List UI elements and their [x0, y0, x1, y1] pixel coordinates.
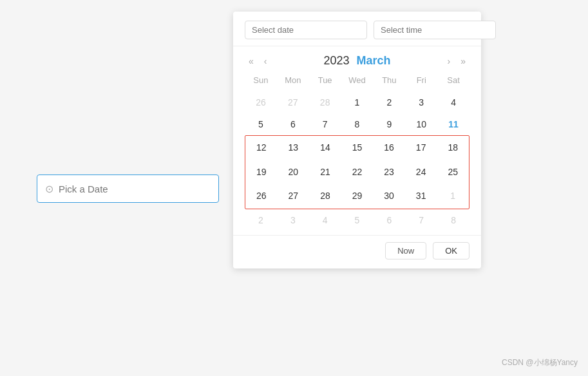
- prev-btn[interactable]: ‹: [260, 55, 271, 67]
- weekday-fri: Fri: [405, 71, 437, 89]
- cal-grid: Sun Mon Tue Wed Thu Fri Sat 262728123456…: [233, 71, 481, 231]
- main-day-28[interactable]: 28: [309, 184, 341, 209]
- watermark: CSDN @小绵杨Yancy: [502, 357, 578, 368]
- day-8[interactable]: 8: [341, 113, 374, 135]
- main-day-29[interactable]: 29: [341, 184, 374, 209]
- post-day-7[interactable]: 7: [405, 209, 437, 231]
- main-day-19[interactable]: 19: [245, 160, 278, 185]
- cal-title: 2023 March: [273, 54, 441, 68]
- day-1[interactable]: 1: [341, 91, 374, 113]
- main-day-12[interactable]: 12: [245, 136, 278, 160]
- main-day-13[interactable]: 13: [278, 136, 310, 160]
- weekday-thu: Thu: [373, 71, 405, 89]
- next-btn[interactable]: ›: [444, 55, 455, 67]
- day-11[interactable]: 11: [437, 113, 469, 135]
- calendar-popup: « ‹ 2023 March › » Sun Mon Tue Wed Thu F…: [233, 12, 481, 268]
- select-time-input[interactable]: [374, 21, 496, 39]
- weekday-sat: Sat: [437, 71, 469, 89]
- post-day-2[interactable]: 2: [245, 209, 277, 231]
- day-26-other[interactable]: 26: [245, 91, 277, 113]
- weekday-tue: Tue: [309, 71, 341, 89]
- day-3[interactable]: 3: [405, 91, 437, 113]
- main-day-14[interactable]: 14: [309, 136, 341, 160]
- prev-prev-btn[interactable]: «: [245, 55, 258, 67]
- main-day-18[interactable]: 18: [437, 136, 469, 160]
- cal-month: March: [357, 54, 391, 67]
- main-day-15[interactable]: 15: [341, 136, 374, 160]
- post-row: 2345678: [245, 209, 469, 231]
- weekday-sun: Sun: [245, 71, 277, 89]
- cal-weekdays: Sun Mon Tue Wed Thu Fri Sat: [245, 71, 469, 89]
- post-day-3[interactable]: 3: [277, 209, 309, 231]
- weekday-wed: Wed: [341, 71, 374, 89]
- main-day-31[interactable]: 31: [405, 184, 437, 209]
- cal-year: 2023: [323, 54, 349, 67]
- day-10[interactable]: 10: [405, 113, 437, 135]
- now-btn[interactable]: Now: [385, 242, 426, 259]
- day-28-other[interactable]: 28: [309, 91, 341, 113]
- ok-btn[interactable]: OK: [433, 242, 469, 259]
- next-next-btn[interactable]: »: [457, 55, 469, 67]
- select-date-input[interactable]: [245, 21, 367, 39]
- main-day-20[interactable]: 20: [278, 160, 310, 185]
- cal-footer: Now OK: [233, 235, 481, 268]
- main-day-27[interactable]: 27: [278, 184, 310, 209]
- main-day-1[interactable]: 1: [437, 184, 469, 209]
- weekday-mon: Mon: [277, 71, 309, 89]
- day-7[interactable]: 7: [309, 113, 341, 135]
- pre-row-0: 2627281234: [245, 91, 469, 113]
- date-input[interactable]: [59, 183, 211, 194]
- post-day-5[interactable]: 5: [341, 209, 374, 231]
- post-day-6[interactable]: 6: [373, 209, 405, 231]
- day-9[interactable]: 9: [373, 113, 405, 135]
- clock-icon: ⊙: [45, 183, 53, 195]
- post-day-4[interactable]: 4: [309, 209, 341, 231]
- day-6[interactable]: 6: [277, 113, 309, 135]
- day-27-other[interactable]: 27: [277, 91, 309, 113]
- date-picker-left: ⊙: [37, 174, 219, 203]
- main-day-21[interactable]: 21: [309, 160, 341, 185]
- main-day-22[interactable]: 22: [341, 160, 374, 185]
- main-day-16[interactable]: 16: [373, 136, 405, 160]
- main-day-25[interactable]: 25: [437, 160, 469, 185]
- date-input-container[interactable]: ⊙: [37, 174, 219, 203]
- pre-row-1: 567891011: [245, 113, 469, 135]
- main-day-26[interactable]: 26: [245, 184, 278, 209]
- main-day-23[interactable]: 23: [373, 160, 405, 185]
- day-5[interactable]: 5: [245, 113, 277, 135]
- post-day-8[interactable]: 8: [437, 209, 469, 231]
- main-days: 1213141516171819202122232425262728293031…: [245, 135, 469, 209]
- pre-rows: 2627281234567891011: [245, 91, 469, 135]
- cal-nav: « ‹ 2023 March › »: [233, 46, 481, 71]
- day-4[interactable]: 4: [437, 91, 469, 113]
- cal-header-inputs: [233, 12, 481, 46]
- main-day-30[interactable]: 30: [373, 184, 405, 209]
- day-2[interactable]: 2: [373, 91, 405, 113]
- main-day-24[interactable]: 24: [405, 160, 437, 185]
- main-day-17[interactable]: 17: [405, 136, 437, 160]
